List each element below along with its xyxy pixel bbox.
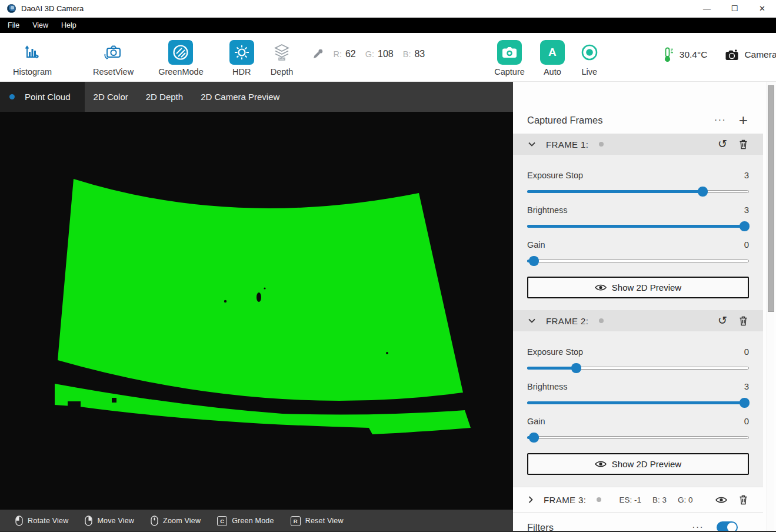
capture-camera-icon: [497, 39, 522, 66]
frame3-exposure-summary: ES: -1: [619, 496, 641, 504]
histogram-button[interactable]: Histogram: [13, 38, 52, 77]
mouse-left-button-icon: [15, 516, 23, 526]
r-label: R:: [333, 49, 342, 59]
b-value: 83: [414, 49, 425, 59]
camera-id-icon: [725, 49, 739, 61]
scrollbar-thumb[interactable]: [768, 85, 774, 312]
frame1-header[interactable]: FRAME 1: ↺: [513, 134, 763, 155]
filters-section: Filters ···: [513, 513, 763, 532]
menu-bar: File View Help: [0, 18, 776, 33]
frame2-header[interactable]: FRAME 2: ↺: [513, 310, 763, 331]
camera-id-value: Camera #210161113: [744, 49, 776, 60]
captured-frames-header: Captured Frames ··· +: [513, 82, 776, 134]
tab-2d-depth[interactable]: 2D Depth: [137, 82, 192, 112]
minimize-button[interactable]: —: [693, 0, 721, 18]
brightness-slider[interactable]: [527, 397, 749, 408]
chevron-right-icon: [528, 496, 533, 503]
exposure-stop-slider[interactable]: [527, 363, 749, 373]
mouse-right-button-icon: [85, 516, 92, 526]
depth-button[interactable]: Depth: [271, 38, 294, 77]
depth-layers-icon: [272, 39, 291, 66]
histogram-icon: [24, 39, 41, 66]
captured-frames-panel: Captured Frames ··· + FRAME 1: ↺ Exposur…: [513, 82, 776, 532]
frame3-name: FRAME 3:: [544, 495, 586, 505]
toolbar: Histogram ResetView GreenMode: [0, 33, 776, 82]
green-mode-icon: [168, 39, 193, 66]
frame3-header[interactable]: FRAME 3: ES: -1 B: 3 G: 0: [513, 487, 763, 513]
show-2d-preview-button[interactable]: Show 2D Preview: [527, 277, 749, 298]
auto-icon: A: [540, 39, 565, 66]
temperature-value: 30.4°C: [680, 49, 708, 60]
capture-button[interactable]: Capture: [494, 38, 525, 77]
frame2-controls: Exposure Stop0 Brightness3 Gain0 Show 2D…: [513, 331, 763, 487]
hint-reset-view: R Reset View: [291, 516, 344, 526]
frame-status-dot: [599, 142, 604, 147]
more-options-icon[interactable]: ···: [714, 114, 726, 126]
frame3-gain-summary: G: 0: [678, 496, 693, 504]
hint-rotate-view: Rotate View: [15, 516, 68, 526]
resetview-button[interactable]: ResetView: [93, 38, 134, 77]
camera-status: Camera #210161113: [725, 49, 776, 61]
chevron-down-icon: [528, 318, 535, 323]
thermometer-icon: [661, 46, 674, 63]
eye-icon: [595, 460, 607, 468]
reset-frame-icon[interactable]: ↺: [718, 316, 727, 325]
greenmode-button[interactable]: GreenMode: [158, 38, 204, 77]
eye-icon: [595, 284, 607, 291]
menu-view[interactable]: View: [26, 21, 55, 29]
maximize-button[interactable]: ☐: [721, 0, 748, 18]
menu-help[interactable]: Help: [55, 21, 83, 29]
delete-frame-icon[interactable]: [739, 139, 748, 149]
frame-status-dot: [597, 497, 601, 502]
temperature-status: 30.4°C: [661, 46, 708, 63]
active-tab-dot-icon: [9, 94, 15, 99]
close-button[interactable]: ✕: [748, 0, 776, 18]
hint-move-view: Move View: [85, 516, 134, 526]
r-value: 62: [345, 49, 356, 59]
delete-frame-icon[interactable]: [739, 494, 748, 505]
menu-file[interactable]: File: [1, 21, 26, 29]
point-cloud-render: [0, 112, 513, 510]
gain-slider[interactable]: [527, 255, 749, 266]
frame2-name: FRAME 2:: [546, 316, 588, 326]
point-cloud-viewport[interactable]: Rotate View Move View Zoom View C Green …: [0, 112, 513, 532]
show-2d-preview-button[interactable]: Show 2D Preview: [527, 453, 749, 475]
panel-title: Captured Frames: [527, 115, 602, 126]
g-label: G:: [365, 49, 374, 59]
frame1-name: FRAME 1:: [546, 139, 588, 149]
brightness-slider[interactable]: [527, 221, 749, 231]
show-preview-eye-icon[interactable]: [715, 496, 727, 504]
viewport-hint-bar: Rotate View Move View Zoom View C Green …: [0, 510, 513, 532]
tab-2d-color[interactable]: 2D Color: [85, 82, 137, 112]
hint-green-mode: C Green Mode: [217, 516, 274, 526]
exposure-stop-slider[interactable]: [527, 186, 749, 197]
hdr-button[interactable]: HDR: [229, 38, 254, 77]
delete-frame-icon[interactable]: [739, 315, 748, 326]
title-bar: DaoAI 3D Camera — ☐ ✕: [0, 0, 776, 18]
view-tabs: Point Cloud 2D Color 2D Depth 2D Camera …: [0, 82, 513, 112]
reset-view-camera-icon: [104, 39, 124, 66]
key-c-icon: C: [217, 516, 227, 526]
auto-button[interactable]: A Auto: [540, 38, 565, 77]
live-record-icon: [580, 39, 599, 66]
window-title: DaoAI 3D Camera: [21, 4, 84, 13]
tab-2d-camera-preview[interactable]: 2D Camera Preview: [192, 82, 288, 112]
pixel-rgb-readout: R: 62 G: 108 B: 83: [312, 48, 425, 60]
hint-zoom-view: Zoom View: [151, 516, 201, 526]
tab-point-cloud[interactable]: Point Cloud: [0, 82, 85, 112]
app-logo-icon: [7, 4, 16, 13]
chevron-down-icon: [528, 142, 535, 147]
eyedropper-icon: [312, 48, 324, 60]
g-value: 108: [378, 49, 394, 59]
hdr-sun-icon: [229, 39, 254, 66]
reset-frame-icon[interactable]: ↺: [718, 139, 727, 149]
frame-status-dot: [599, 318, 604, 323]
panel-scrollbar[interactable]: [767, 82, 774, 532]
frame3-brightness-summary: B: 3: [652, 496, 667, 504]
live-button[interactable]: Live: [580, 38, 599, 77]
frame1-controls: Exposure Stop3 Brightness3 Gain0 Show 2D…: [513, 155, 763, 310]
b-label: B:: [403, 49, 411, 59]
mouse-middle-button-icon: [151, 516, 158, 526]
add-frame-button[interactable]: +: [739, 114, 748, 126]
gain-slider[interactable]: [527, 432, 749, 443]
